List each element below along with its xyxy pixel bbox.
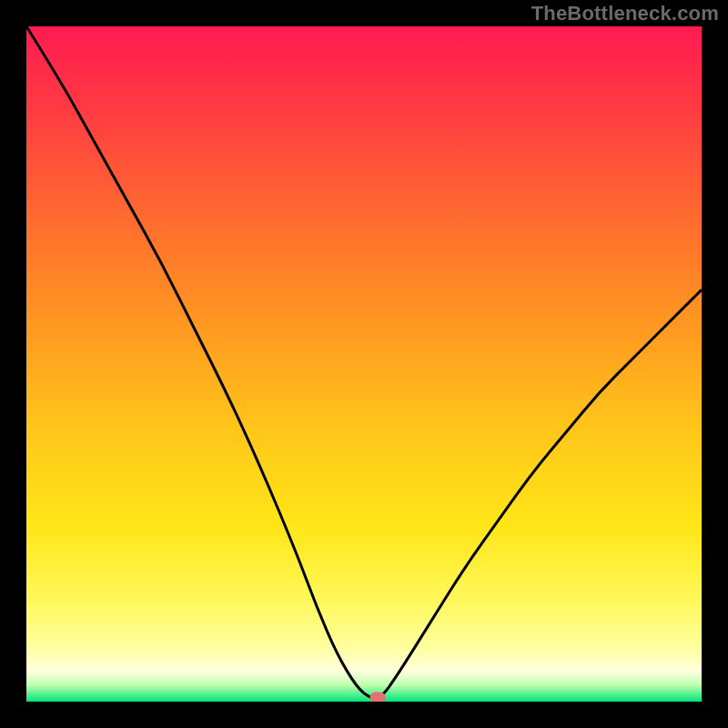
bottleneck-curve xyxy=(26,26,702,702)
curve-path xyxy=(26,26,702,698)
minimum-marker xyxy=(369,693,385,702)
plot-area xyxy=(26,26,702,702)
chart-frame: TheBottleneck.com xyxy=(0,0,728,728)
watermark-text: TheBottleneck.com xyxy=(531,2,719,25)
